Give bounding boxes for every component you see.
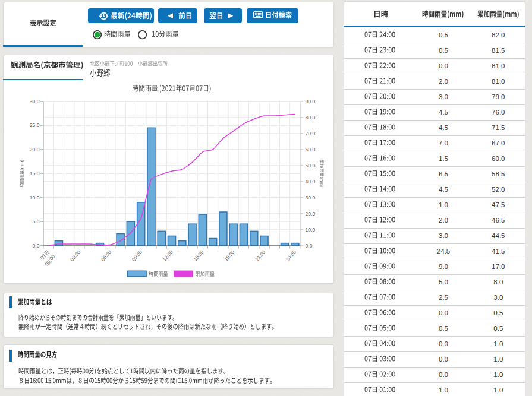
svg-text:20.0: 20.0 (30, 147, 40, 153)
svg-text:70.0: 70.0 (306, 131, 316, 137)
svg-text:24:00: 24:00 (285, 249, 298, 262)
svg-text:06:00: 06:00 (100, 249, 113, 262)
svg-text:18:00: 18:00 (223, 249, 236, 262)
svg-text:0.0: 0.0 (33, 243, 40, 249)
svg-text:5.0: 5.0 (33, 218, 40, 224)
svg-text:30.0: 30.0 (306, 195, 316, 201)
svg-text:12:00: 12:00 (161, 249, 174, 262)
svg-text:15:00: 15:00 (192, 249, 205, 262)
svg-text:25.0: 25.0 (30, 122, 40, 128)
svg-text:80.0: 80.0 (306, 115, 316, 121)
svg-text:10.0: 10.0 (306, 227, 316, 233)
svg-text:15.0: 15.0 (30, 170, 40, 176)
svg-text:10.0: 10.0 (30, 195, 40, 201)
svg-text:0.0: 0.0 (306, 243, 313, 249)
svg-text:30.0: 30.0 (30, 99, 40, 104)
svg-text:09:00: 09:00 (131, 249, 144, 262)
svg-text:60.0: 60.0 (306, 147, 316, 153)
svg-text:03:00: 03:00 (69, 249, 82, 262)
svg-text:90.0: 90.0 (306, 99, 316, 104)
svg-text:20.0: 20.0 (306, 211, 316, 217)
svg-text:00:00: 00:00 (43, 254, 56, 267)
svg-text:50.0: 50.0 (306, 163, 316, 169)
svg-text:21:00: 21:00 (254, 249, 267, 262)
svg-text:40.0: 40.0 (306, 179, 316, 185)
